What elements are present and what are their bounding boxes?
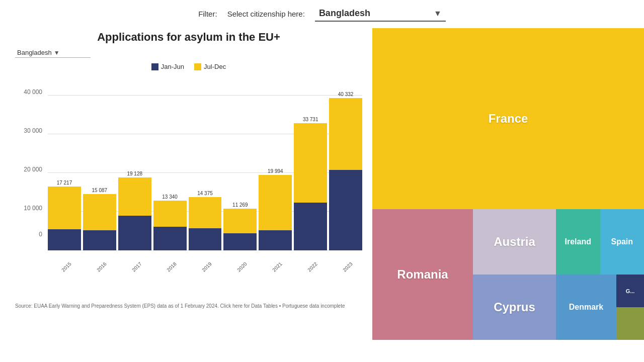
y-tick-20000: 20 000 (24, 166, 42, 173)
chart-legend: Jan-Jun Jul-Dec (15, 63, 362, 70)
y-tick-30000: 30 000 (24, 127, 42, 134)
source-text: Source: EUAA Early Warning and Preparedn… (15, 303, 362, 309)
bar-jul-dec-2020 (223, 209, 257, 233)
x-label-2023: 2023 (329, 263, 362, 283)
bar-stack-2019 (189, 197, 222, 250)
bar-stack-2023 (329, 98, 362, 250)
chart-title: Applications for asylum in the EU+ (15, 31, 362, 44)
treemap-g-cell[interactable]: G... (616, 275, 644, 307)
treemap-spain[interactable]: Spain (600, 209, 645, 275)
bar-jul-dec-2017 (118, 177, 151, 216)
treemap-row2: Romania Austria Cyprus (372, 209, 644, 340)
bar-jan-jun-2017 (118, 216, 151, 250)
bar-value-2021: 19 994 (268, 168, 283, 174)
bar-stack-2017 (118, 177, 151, 250)
bar-jan-jun-2022 (294, 203, 327, 250)
treemap-france-label: France (489, 112, 528, 126)
legend-jul-dec-box (194, 63, 201, 70)
chart-country-arrow-icon: ▼ (54, 49, 60, 56)
bar-value-2015: 17 217 (57, 180, 72, 186)
x-label-2017: 2017 (118, 263, 151, 283)
treemap-romania-label: Romania (397, 267, 448, 282)
bar-group-2015: 17 217 (48, 74, 81, 250)
x-label-2015: 2015 (48, 263, 81, 283)
bar-jan-jun-2015 (48, 229, 81, 250)
bar-jan-jun-2016 (83, 230, 116, 250)
bar-stack-2020 (223, 209, 257, 250)
bar-stack-2018 (153, 201, 187, 250)
left-panel: Applications for asylum in the EU+ Bangl… (0, 26, 372, 357)
bar-group-2021: 19 994 (259, 74, 292, 250)
treemap-spain-label: Spain (611, 237, 633, 246)
filter-bar: Filter: Select citizenship here: Banglad… (0, 0, 644, 26)
citizenship-label: Select citizenship here: (227, 10, 305, 18)
bar-value-2017: 19 128 (127, 171, 142, 176)
bar-stack-2022 (294, 123, 327, 250)
bar-value-2023: 40 332 (338, 92, 354, 97)
x-label-2016: 2016 (83, 263, 116, 283)
citizenship-dropdown[interactable]: Bangladesh ▼ (315, 6, 446, 22)
bar-jul-dec-2021 (259, 175, 292, 230)
x-label-2021: 2021 (259, 263, 292, 283)
treemap-olive-cell[interactable] (616, 307, 644, 340)
bars-area: 17 21715 08719 12813 34014 37511 26919 9… (48, 74, 362, 265)
main-content: Applications for asylum in the EU+ Bangl… (0, 26, 644, 357)
bar-value-2019: 14 375 (197, 191, 213, 196)
citizenship-value: Bangladesh (319, 8, 370, 19)
bar-group-2023: 40 332 (329, 74, 362, 250)
bar-value-2016: 15 087 (92, 188, 108, 193)
treemap-greece-label: Cyprus (494, 300, 535, 314)
bar-group-2018: 13 340 (153, 74, 187, 250)
chart-container: 40 000 30 000 20 000 10 000 0 17 21715 0… (15, 74, 362, 265)
treemap-austria-label: Austria (494, 235, 535, 249)
treemap-row1: France (372, 28, 644, 209)
bar-jul-dec-2019 (189, 197, 222, 228)
legend-jan-jun-label: Jan-Jun (161, 63, 184, 70)
treemap-right-col: Ireland Spain Denmark G... (556, 209, 644, 340)
treemap-tiny-col: G... (616, 275, 644, 340)
bar-stack-2016 (83, 194, 116, 250)
x-label-2018: 2018 (153, 263, 187, 283)
bar-group-2022: 33 731 (294, 74, 327, 250)
bar-jan-jun-2018 (153, 227, 187, 250)
bar-group-2020: 11 269 (223, 74, 257, 250)
x-label-2019: 2019 (189, 263, 222, 283)
legend-jan-jun-box (151, 63, 158, 70)
chart-country-dropdown[interactable]: Bangladesh ▼ (15, 48, 91, 58)
bar-jan-jun-2019 (189, 228, 222, 250)
treemap-greece[interactable]: Cyprus (473, 275, 556, 340)
bar-jan-jun-2020 (223, 233, 257, 250)
treemap-ireland[interactable]: Ireland (556, 209, 600, 275)
treemap-romania[interactable]: Romania (372, 209, 473, 340)
bar-group-2016: 15 087 (83, 74, 116, 250)
legend-jul-dec-label: Jul-Dec (204, 63, 226, 70)
treemap-bottom-right: Denmark G... (556, 275, 644, 340)
x-label-2020: 2020 (223, 263, 257, 283)
bar-jul-dec-2016 (83, 194, 116, 230)
filter-label: Filter: (198, 10, 217, 18)
bar-jul-dec-2022 (294, 123, 327, 203)
treemap-cyprus[interactable]: Denmark (556, 275, 616, 340)
y-tick-40000: 40 000 (24, 88, 42, 96)
bar-jul-dec-2015 (48, 187, 81, 229)
bar-value-2020: 11 269 (232, 202, 248, 208)
bar-stack-2021 (259, 175, 292, 250)
treemap-austria[interactable]: Austria (473, 209, 556, 275)
treemap-top-right: Ireland Spain (556, 209, 644, 275)
treemap: France Romania Austria Cyprus (372, 28, 644, 340)
chart-country-text: Bangladesh (17, 49, 52, 56)
treemap-panel: France Romania Austria Cyprus (372, 28, 644, 340)
treemap-g-label: G... (626, 288, 635, 294)
citizenship-dropdown-arrow: ▼ (434, 9, 442, 18)
bar-value-2018: 13 340 (162, 194, 178, 200)
x-axis-labels: 201520162017201820192020202120222023 (15, 263, 362, 283)
bar-group-2019: 14 375 (189, 74, 222, 250)
treemap-ireland-label: Ireland (565, 237, 591, 246)
legend-jul-dec: Jul-Dec (194, 63, 226, 70)
treemap-france[interactable]: France (372, 28, 644, 209)
y-tick-10000: 10 000 (24, 205, 42, 212)
bar-group-2017: 19 128 (118, 74, 151, 250)
x-label-2022: 2022 (294, 263, 327, 283)
bar-jul-dec-2023 (329, 98, 362, 170)
bar-jul-dec-2018 (153, 201, 187, 227)
